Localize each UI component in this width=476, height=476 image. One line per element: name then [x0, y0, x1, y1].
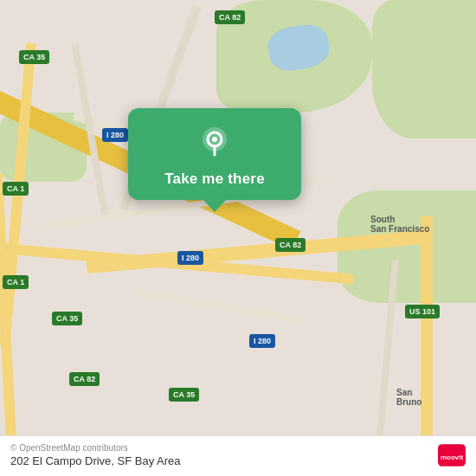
hw-label-ca82-lower: CA 82: [69, 372, 100, 386]
address-text: 202 El Campo Drive, SF Bay Area: [10, 454, 181, 467]
svg-point-2: [212, 137, 217, 142]
hw-label-ca35-lower: CA 35: [169, 388, 199, 402]
moovit-logo: moovit: [438, 441, 466, 469]
hw-label-us101: US 101: [405, 305, 440, 318]
svg-text:moovit: moovit: [441, 453, 464, 461]
hw-label-ca35-mid: CA 35: [52, 312, 82, 325]
hw-label-ca35-top: CA 35: [19, 50, 49, 64]
take-me-there-button-text: Take me there: [164, 170, 265, 188]
moovit-icon: moovit: [438, 441, 466, 469]
hw-label-ca82-top: CA 82: [215, 10, 245, 24]
hw-label-i280-mid: I 280: [177, 251, 203, 265]
hw-label-i280-left: I 280: [102, 128, 128, 142]
hw-label-ca1-mid: CA 1: [3, 275, 29, 289]
hw-label-ca1-left: CA 1: [3, 182, 29, 196]
city-label-san-bruno: SanBruno: [396, 388, 421, 407]
park-area-2: [372, 0, 476, 138]
hw-label-ca82-mid: CA 82: [275, 238, 306, 252]
city-label-south-sf: SouthSan Francisco: [370, 215, 429, 234]
bottom-bar: © OpenStreetMap contributors 202 El Camp…: [0, 435, 476, 476]
attribution-text: © OpenStreetMap contributors: [10, 443, 181, 453]
map-container: CA 82 CA 35 I 280 CA 1 CA 35 CA 1 CA 82 …: [0, 0, 476, 476]
take-me-there-popup[interactable]: Take me there: [128, 108, 301, 200]
location-pin-icon: [196, 124, 234, 162]
hw-label-i280-lower: I 280: [249, 334, 275, 348]
bottom-left-info: © OpenStreetMap contributors 202 El Camp…: [10, 443, 181, 467]
